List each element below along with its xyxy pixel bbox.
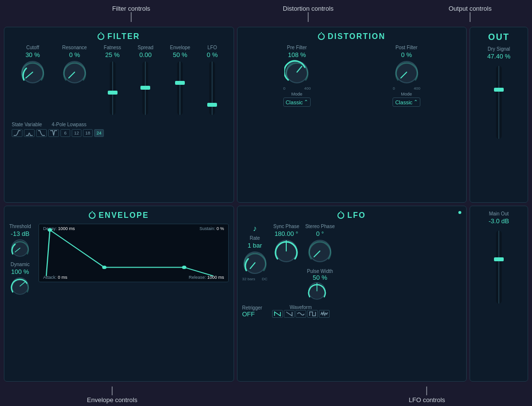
sync-phase-knob[interactable]	[274, 238, 299, 264]
envelope-bottom-labels: Attack: 0 ms Release: 1000 ms	[43, 275, 224, 280]
fatness-slider[interactable]	[110, 61, 116, 115]
pulse-width-value: 50 %	[307, 274, 333, 281]
spread-value: 0.00	[139, 51, 152, 58]
pre-filter-max: 400	[304, 86, 311, 91]
envelope-slider-label: Envelope	[170, 45, 190, 50]
db-18-btn[interactable]: 18	[83, 129, 93, 137]
sync-phase-value: 180.00 °	[275, 230, 298, 237]
cutoff-knob-container: Cutoff 30 %	[20, 45, 45, 85]
post-mode-value: Classic	[395, 99, 412, 105]
envelope-title: ENVELOPE	[9, 211, 229, 220]
out-title: OUT	[488, 32, 510, 42]
pre-filter-knob[interactable]	[284, 59, 310, 85]
wave-btn-hp[interactable]	[36, 129, 47, 137]
dynamic-container: Dynamic 100 %	[9, 262, 31, 296]
envelope-slider[interactable]	[177, 61, 183, 115]
post-filter-knob[interactable]	[394, 59, 419, 85]
distortion-panel: DISTORTION Pre Filter 108 % 0 400	[237, 27, 467, 203]
lfo-controls-annotation: LFO controls	[409, 396, 445, 404]
lfo-slider[interactable]	[209, 61, 215, 115]
dynamic-knob[interactable]	[10, 276, 30, 296]
dry-signal-label: Dry Signal	[488, 46, 510, 52]
db-6-btn[interactable]: 6	[60, 129, 70, 137]
sync-phase-label: Sync Phase	[274, 224, 299, 229]
envelope-left-controls: Threshold -13 dB Dynamic 100 %	[9, 224, 31, 296]
post-mode-select[interactable]: Classic ⌃	[393, 97, 420, 107]
stereo-phase-label: Stereo Phase	[305, 224, 335, 229]
post-filter-label: Post Filter	[395, 45, 417, 50]
rate-label: Rate	[250, 235, 260, 241]
rate-container: Rate 1 bar 32 bars DC	[242, 235, 268, 281]
note-icon[interactable]: ♪	[250, 224, 260, 233]
rate-value: 1 bar	[248, 242, 262, 249]
filter-controls-annotation: Filter controls	[112, 5, 150, 12]
pre-filter-label: Pre Filter	[287, 45, 307, 50]
waveform-buttons	[272, 310, 330, 318]
distortion-power-icon[interactable]	[318, 33, 325, 40]
main-out-label: Main Out	[489, 211, 509, 216]
waveform-saw[interactable]	[272, 310, 283, 318]
retrigger-section: Retrigger OFF	[242, 305, 262, 318]
main-out-slider[interactable]	[496, 231, 502, 304]
wave-btn-notch[interactable]	[48, 129, 59, 137]
waveform-square[interactable]	[307, 310, 318, 318]
lfo-slider-container: LFO 0 %	[207, 45, 217, 117]
resonance-label: Resonance	[62, 45, 87, 50]
resonance-value: 0 %	[69, 51, 80, 58]
bottom-annotations: Envelope controls LFO controls	[0, 396, 532, 404]
annotation-bar: Filter controls Distortion controls Outp…	[0, 2, 532, 27]
main-out-panel: Main Out -3.0 dB	[470, 206, 528, 382]
threshold-label: Threshold	[9, 224, 31, 229]
waveform-section: Waveform	[272, 305, 330, 318]
wave-btn-lp[interactable]	[12, 129, 22, 137]
distortion-controls-annotation: Distortion controls	[283, 5, 334, 12]
post-mode-label: Mode	[401, 92, 412, 97]
pulse-width-knob[interactable]	[307, 281, 327, 301]
cutoff-label: Cutoff	[26, 45, 39, 50]
lfo-slider-label: LFO	[208, 45, 217, 50]
envelope-power-icon[interactable]	[89, 212, 96, 219]
resonance-knob[interactable]	[62, 59, 87, 85]
filter-title: FILTER	[9, 32, 229, 41]
dry-signal-slider[interactable]	[496, 66, 502, 139]
db-12-btn[interactable]: 12	[72, 129, 81, 137]
pre-mode-label: Mode	[292, 92, 303, 97]
threshold-container: Threshold -13 dB	[9, 224, 31, 258]
main-out-container: Main Out -3.0 dB	[489, 211, 509, 225]
db-24-btn[interactable]: 24	[94, 129, 104, 137]
rate-min: 32 bars	[242, 277, 256, 281]
stereo-phase-knob[interactable]	[307, 238, 333, 264]
main-out-value: -3.0 dB	[489, 217, 509, 225]
pre-mode-select[interactable]: Classic ⌃	[283, 97, 311, 107]
lfo-title: LFO	[242, 211, 462, 220]
filter-panel: FILTER Cutoff 30 % Resonance 0	[4, 27, 234, 203]
stereo-phase-value: 0 °	[316, 230, 324, 237]
waveform-random[interactable]	[319, 310, 330, 318]
waveform-sine[interactable]	[296, 310, 306, 318]
output-controls-annotation: Output controls	[449, 5, 492, 12]
envelope-controls-annotation: Envelope controls	[87, 396, 137, 404]
retrigger-value: OFF	[242, 310, 262, 318]
threshold-value: -13 dB	[11, 230, 29, 237]
filter-power-icon[interactable]	[98, 33, 104, 40]
cutoff-knob[interactable]	[20, 59, 45, 85]
pulse-width-label: Pulse Width	[307, 269, 333, 274]
envelope-display[interactable]: Decay: 1000 ms Sustain: 0 % Attack: 0 ms…	[39, 224, 228, 282]
resonance-knob-container: Resonance 0 %	[62, 45, 87, 85]
svg-point-6	[48, 228, 52, 232]
state-variable-label: State Variable	[12, 122, 42, 127]
rate-knob[interactable]	[242, 250, 268, 275]
four-pole-label: 4-Pole Lowpass	[52, 122, 86, 127]
threshold-knob[interactable]	[10, 238, 30, 258]
lfo-slider-value: 0 %	[207, 51, 217, 58]
pre-mode-value: Classic	[286, 99, 303, 105]
envelope-panel: ENVELOPE Threshold -13 dB	[4, 206, 234, 382]
fatness-value: 25 %	[105, 51, 120, 58]
dynamic-value: 100 %	[11, 268, 29, 275]
waveform-ramp[interactable]	[284, 310, 295, 318]
wave-btn-bp[interactable]	[24, 129, 35, 137]
dry-signal-value: 47.40 %	[487, 53, 511, 60]
spread-slider[interactable]	[142, 61, 148, 115]
pre-filter-value: 108 %	[288, 51, 306, 58]
lfo-power-icon[interactable]	[337, 212, 344, 219]
